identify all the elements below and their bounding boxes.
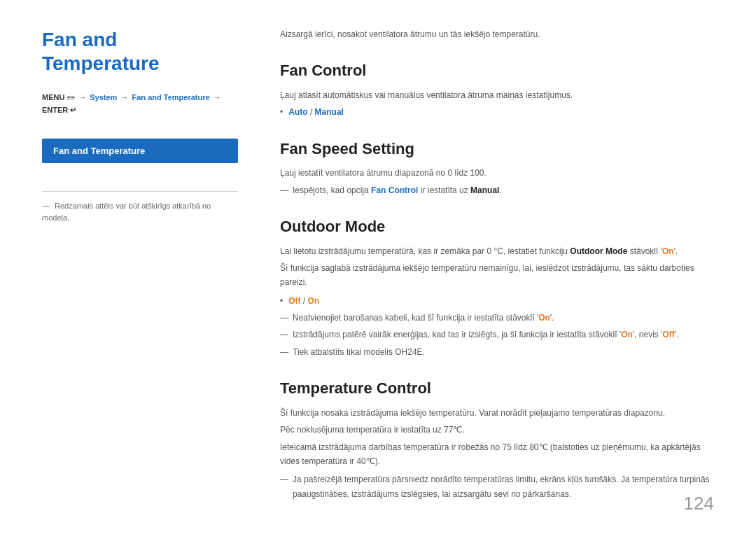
fan-control-options: Auto / Manual <box>288 105 344 119</box>
temp-desc2: Pēc noklusējuma temperatūra ir iestatīta… <box>280 423 714 437</box>
outdoor-off: Off <box>288 296 300 306</box>
off-ref: Off <box>662 330 674 339</box>
outdoor-note3-text: Tiek atbalstīts tikai modelis OH24E. <box>293 345 425 359</box>
fan-control-bullet: • Auto / Manual <box>280 105 714 119</box>
temperature-control-body: Šī funkcija nosaka izstrādājuma iekšējo … <box>280 406 714 501</box>
temperature-control-title: Temperature Control <box>280 379 714 399</box>
fan-control-manual: Manual <box>315 107 344 117</box>
fan-control-desc: Ļauj atlasīt automātiskus vai manuālus v… <box>280 88 714 102</box>
fan-speed-desc: Ļauj iestatīt ventilatora ātrumu diapazo… <box>280 166 714 180</box>
fan-speed-note-text: Iespējots, kad opcija Fan Control ir ies… <box>293 183 502 197</box>
menu-item-box: Fan and Temperature <box>42 139 238 163</box>
fan-control-title: Fan Control <box>280 61 714 81</box>
breadcrumb-enter: ENTER ↵ <box>42 106 76 114</box>
breadcrumb-menu: MENU ≡≡ <box>42 93 75 101</box>
left-note: ― Redzamais attēls var būt atšķirīgs atk… <box>42 200 238 223</box>
fan-speed-title: Fan Speed Setting <box>280 139 714 160</box>
outdoor-mode-title: Outdoor Mode <box>280 217 714 237</box>
on-ref1: On <box>662 246 674 256</box>
note-em5: ― <box>280 472 288 486</box>
outdoor-mode-desc1: Lai lietotu izstrādājumu temperatūrā, ka… <box>280 244 714 258</box>
breadcrumb-system: System <box>90 93 117 101</box>
section-fan-control: Fan Control Ļauj atlasīt automātiskus va… <box>280 61 714 119</box>
outdoor-note3: ― Tiek atbalstīts tikai modelis OH24E. <box>280 345 714 359</box>
page-title: Fan and Temperature <box>42 28 238 75</box>
breadcrumb: MENU ≡≡ → System → Fan and Temperature →… <box>42 92 238 116</box>
manual-ref: Manual <box>470 185 499 195</box>
on-ref3: On <box>621 330 633 339</box>
note-dash: ― <box>42 200 50 212</box>
outdoor-note1-text: Neatvienojiet barošanas kabeli, kad šī f… <box>293 311 554 325</box>
outdoor-mode-ref: Outdoor Mode <box>570 246 627 256</box>
fan-speed-note: ― Iespējots, kad opcija Fan Control ir i… <box>280 183 714 197</box>
note-em2: ― <box>280 311 288 325</box>
breadcrumb-arrow2: → <box>120 93 130 101</box>
left-panel: Fan and Temperature MENU ≡≡ → System → F… <box>42 28 266 506</box>
section-fan-speed: Fan Speed Setting Ļauj iestatīt ventilat… <box>280 139 714 197</box>
breadcrumb-arrow1: → <box>78 93 88 101</box>
bullet-dot2: • <box>280 294 283 308</box>
right-panel: Aizsargā ierīci, nosakot ventilatora ātr… <box>266 28 714 506</box>
note-em3: ― <box>280 328 288 342</box>
fan-control-ref: Fan Control <box>371 185 418 195</box>
top-description: Aizsargā ierīci, nosakot ventilatora ātr… <box>280 28 714 41</box>
note-em4: ― <box>280 345 288 359</box>
outdoor-sep: / <box>303 296 308 306</box>
page-container: Fan and Temperature MENU ≡≡ → System → F… <box>0 0 756 534</box>
outdoor-mode-bullet: • Off / On <box>280 294 714 308</box>
temp-note1: ― Ja pašreizējā temperatūra pārsniedz no… <box>280 472 714 501</box>
breadcrumb-arrow3: → <box>214 93 221 101</box>
fan-control-sep: / <box>310 107 315 117</box>
outdoor-mode-desc2: Šī funkcija saglabā izstrādājuma iekšējo… <box>280 261 714 290</box>
fan-speed-body: Ļauj iestatīt ventilatora ātrumu diapazo… <box>280 166 714 197</box>
note-em: ― <box>280 183 288 197</box>
temp-note1-text: Ja pašreizējā temperatūra pārsniedz norā… <box>293 472 714 501</box>
outdoor-note2: ― Izstrādājums patērē vairāk enerģijas, … <box>280 328 714 342</box>
outdoor-note1: ― Neatvienojiet barošanas kabeli, kad šī… <box>280 311 714 325</box>
on-ref2: On <box>538 313 550 323</box>
outdoor-note2-text: Izstrādājums patērē vairāk enerģijas, ka… <box>293 328 678 342</box>
temp-desc1: Šī funkcija nosaka izstrādājuma iekšējo … <box>280 406 714 420</box>
section-temperature-control: Temperature Control Šī funkcija nosaka i… <box>280 379 714 501</box>
bullet-dot: • <box>280 105 283 119</box>
divider <box>42 191 238 192</box>
page-number: 124 <box>684 493 714 514</box>
section-outdoor-mode: Outdoor Mode Lai lietotu izstrādājumu te… <box>280 217 714 359</box>
note-text-content: Redzamais attēls var būt atšķirīgs atkar… <box>42 202 211 222</box>
outdoor-on: On <box>308 296 320 306</box>
outdoor-mode-body: Lai lietotu izstrādājumu temperatūrā, ka… <box>280 244 714 360</box>
fan-control-body: Ļauj atlasīt automātiskus vai manuālus v… <box>280 88 714 120</box>
breadcrumb-fan-temp: Fan and Temperature <box>132 93 210 101</box>
temp-desc3: Ieteicamā izstrādājuma darbības temperat… <box>280 440 714 469</box>
fan-control-auto: Auto <box>288 107 307 117</box>
outdoor-mode-options: Off / On <box>288 294 319 308</box>
